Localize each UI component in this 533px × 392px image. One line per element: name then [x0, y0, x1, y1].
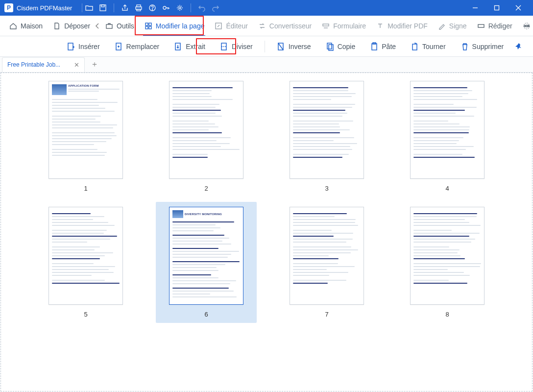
ocr-icon: OCR — [522, 22, 531, 30]
insert-button[interactable]: Insérer — [62, 40, 105, 53]
svg-rect-32 — [372, 44, 377, 50]
svg-rect-19 — [149, 26, 151, 29]
page-thumbnail[interactable]: 3 — [281, 81, 372, 192]
main-tabs: Maison Déposer Outils Modifier la page É… — [0, 16, 533, 36]
svg-rect-16 — [145, 23, 148, 25]
svg-rect-3 — [101, 5, 104, 7]
replace-button[interactable]: Remplacer — [110, 40, 165, 53]
app-title: Cisdem PDFMaster — [17, 4, 72, 12]
page-thumbnail-image — [48, 207, 123, 305]
page-thumbnail[interactable]: 5 — [40, 207, 131, 323]
svg-rect-15 — [106, 24, 112, 28]
delete-button[interactable]: Supprimer — [456, 40, 509, 53]
page-thumbnail-image: APPLICATION FORM — [48, 81, 123, 179]
page-thumbnail[interactable]: 7 — [281, 207, 372, 323]
toolbox-icon — [105, 22, 114, 30]
share-icon[interactable] — [120, 3, 130, 13]
tab-home[interactable]: Maison — [4, 20, 48, 32]
page-thumbnail-image — [290, 81, 364, 179]
page-thumbnail[interactable]: 8 — [402, 207, 493, 323]
page-thumbnail-image — [410, 81, 485, 179]
grid-icon — [144, 22, 153, 30]
page-number: 4 — [445, 185, 449, 192]
page-toolbar: Insérer Remplacer Extrait Diviser Invers… — [0, 36, 533, 57]
titlebar: P Cisdem PDFMaster — [0, 0, 533, 16]
page-thumbnail[interactable]: DIVERSITY MONITORING6 — [156, 202, 257, 323]
file-icon — [52, 22, 61, 30]
svg-rect-25 — [68, 43, 73, 50]
edit-icon — [214, 22, 223, 30]
paste-button[interactable]: Pâte — [365, 40, 401, 53]
svg-rect-17 — [149, 23, 151, 25]
svg-rect-2 — [100, 5, 106, 11]
trash-icon — [460, 42, 469, 51]
svg-rect-5 — [136, 7, 142, 9]
page-number: 5 — [84, 311, 87, 318]
page-thumbnail[interactable]: APPLICATION FORM1 — [40, 81, 131, 192]
svg-rect-12 — [495, 6, 499, 10]
inverse-button[interactable]: Inverse — [272, 40, 316, 53]
page-thumbnail-image — [410, 207, 485, 305]
rotate-button[interactable]: Tourner — [406, 40, 450, 53]
text-icon — [376, 22, 385, 30]
undo-icon[interactable] — [197, 3, 207, 13]
page-number: 7 — [325, 311, 328, 318]
document-tab[interactable]: Free Printable Job... ✕ — [2, 57, 85, 72]
print-icon[interactable] — [134, 3, 144, 13]
page-number: 6 — [204, 311, 208, 318]
svg-rect-30 — [327, 43, 332, 49]
extract-icon — [174, 42, 183, 51]
maximize-button[interactable] — [486, 0, 508, 16]
chevron-left-icon[interactable] — [95, 23, 100, 29]
page-thumbnail-image: DIVERSITY MONITORING — [169, 207, 243, 305]
page-number: 2 — [204, 185, 208, 192]
tab-ocr[interactable]: OCR O — [517, 20, 533, 32]
redo-icon[interactable] — [211, 3, 220, 13]
copy-icon — [326, 42, 335, 51]
key-icon[interactable] — [161, 3, 171, 13]
svg-rect-21 — [323, 24, 329, 26]
new-tab-button[interactable]: ＋ — [88, 58, 101, 72]
page-number: 3 — [325, 185, 328, 192]
replace-icon — [115, 42, 123, 51]
svg-rect-6 — [137, 9, 141, 11]
extract-button[interactable]: Extrait — [169, 40, 210, 53]
close-icon[interactable]: ✕ — [74, 61, 79, 69]
rotate-icon — [411, 42, 419, 51]
svg-point-9 — [163, 6, 166, 9]
document-tabs: Free Printable Job... ✕ ＋ — [0, 57, 533, 73]
tab-editor[interactable]: Éditeur — [209, 20, 252, 32]
redact-icon — [477, 22, 485, 30]
convert-icon — [258, 22, 266, 30]
divide-button[interactable]: Diviser — [215, 40, 258, 53]
tab-converter[interactable]: Convertisseur — [253, 20, 316, 32]
svg-rect-22 — [478, 24, 484, 27]
pin-button[interactable] — [514, 42, 523, 51]
page-thumbnail[interactable]: 4 — [402, 81, 493, 192]
tab-modify-pdf[interactable]: Modifier PDF — [371, 20, 433, 32]
page-thumbnail-image — [290, 207, 364, 305]
tab-tools[interactable]: Outils — [100, 20, 139, 32]
close-button[interactable] — [508, 0, 529, 16]
tab-sign[interactable]: Signe — [433, 20, 472, 32]
copy-button[interactable]: Copie — [321, 40, 361, 53]
page-grid-area: APPLICATION FORM12345DIVERSITY MONITORIN… — [0, 73, 533, 392]
minimize-button[interactable] — [464, 0, 486, 16]
open-folder-icon[interactable] — [84, 3, 94, 13]
form-icon — [321, 22, 330, 30]
tab-redact[interactable]: Rédiger — [472, 20, 517, 32]
svg-text:P: P — [7, 4, 11, 11]
tab-form[interactable]: Formulaire — [316, 20, 371, 32]
divide-icon — [220, 42, 229, 51]
tab-file[interactable]: Déposer — [48, 20, 95, 32]
page-thumbnail[interactable]: 2 — [161, 81, 252, 192]
settings-icon[interactable] — [175, 3, 185, 13]
home-icon — [9, 22, 18, 30]
paste-icon — [370, 42, 379, 51]
help-icon[interactable] — [147, 3, 157, 13]
pen-icon — [437, 22, 446, 30]
svg-rect-34 — [412, 44, 417, 50]
svg-text:OCR: OCR — [524, 24, 530, 27]
save-icon[interactable] — [98, 3, 108, 13]
tab-modify-page[interactable]: Modifier la page — [139, 20, 210, 32]
